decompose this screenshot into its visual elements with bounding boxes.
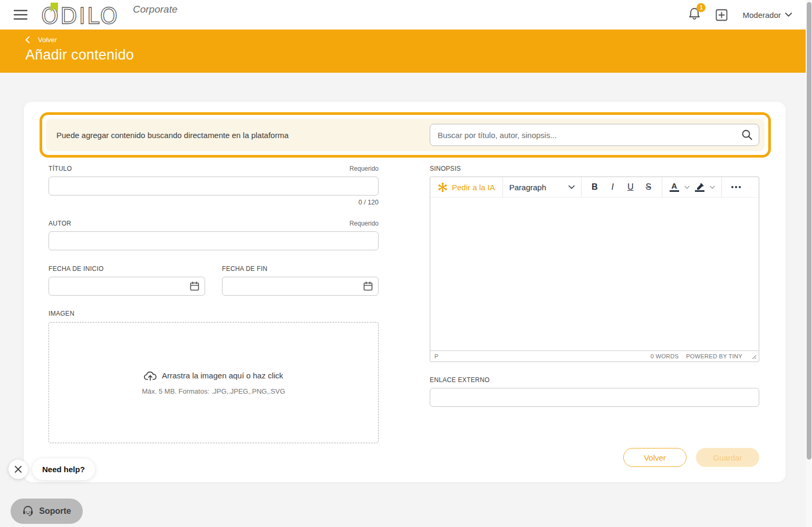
editor-statusbar: P 0 WORDS POWERED BY TINY [430, 350, 759, 362]
calendar-icon[interactable] [189, 281, 200, 291]
ai-asterisk-icon [438, 182, 448, 192]
strikethrough-button[interactable]: S [641, 179, 656, 195]
content-form-card: Puede agregar contenido buscando directa… [24, 102, 786, 482]
fecha-fin-input[interactable] [222, 277, 379, 296]
cloud-upload-icon [144, 370, 157, 381]
element-path: P [434, 353, 438, 359]
enlace-externo-label: ENLACE EXTERNO [430, 376, 490, 384]
odilo-logo[interactable]: ODILO Corporate [40, 3, 178, 27]
vertical-scrollbar-thumb[interactable] [807, 2, 811, 460]
back-link-label: Volver [38, 36, 57, 44]
underline-button[interactable]: U [623, 179, 639, 195]
odilo-logo-icon: ODILO [40, 3, 129, 27]
back-link[interactable]: Volver [25, 36, 806, 44]
user-menu-label: Moderador [742, 11, 781, 19]
fecha-fin-label: FECHA DE FIN [222, 265, 267, 272]
chevron-down-icon [568, 185, 575, 189]
titulo-label: TÍTULO [49, 165, 72, 172]
headset-icon [22, 505, 34, 517]
page-banner: Volver Añadir contenido [0, 30, 806, 73]
titulo-char-counter: 0 / 120 [49, 199, 379, 206]
autor-field: AUTOR Requerido [49, 220, 379, 250]
soporte-button[interactable]: Soporte [11, 499, 83, 524]
imagen-field: IMAGEN Arrastra la imagen aquí o haz cli… [49, 310, 379, 443]
soporte-label: Soporte [39, 506, 71, 516]
need-help-bubble[interactable]: Need help? [32, 458, 95, 480]
titulo-field: TÍTULO Requerido 0 / 120 [49, 165, 379, 206]
text-color-swatch [670, 190, 679, 192]
dropzone-formats: Máx. 5 MB. Formatos: .JPG,.JPEG,.PNG,.SV… [142, 387, 285, 395]
close-icon [14, 465, 22, 473]
dropzone-text: Arrastra la imagen aquí o haz click [162, 371, 283, 380]
paragraph-format-select[interactable]: Paragraph [508, 183, 576, 192]
fecha-inicio-field: FECHA DE INICIO [49, 265, 205, 296]
search-hint-text: Puede agregar contenido buscando directa… [56, 131, 288, 140]
autor-required: Requerido [350, 220, 379, 227]
top-header: ODILO Corporate 1 Moderador [0, 0, 806, 30]
imagen-label: IMAGEN [49, 310, 74, 317]
ask-ai-button[interactable]: Pedir a la IA [436, 182, 497, 192]
add-content-icon[interactable] [716, 9, 728, 21]
powered-by-tiny: POWERED BY TINY [686, 353, 742, 359]
bold-button[interactable]: B [587, 179, 603, 195]
sinopsis-field: SINOPSIS [430, 165, 759, 362]
autor-label: AUTOR [49, 220, 71, 227]
calendar-icon[interactable] [363, 281, 373, 291]
highlight-color-button[interactable] [693, 179, 707, 195]
rich-text-editor: Pedir a la IA Paragraph [430, 177, 759, 362]
volver-button[interactable]: Volver [623, 448, 687, 467]
text-color-glyph: A [671, 182, 677, 190]
toolbar-more-button[interactable] [727, 186, 745, 188]
notifications-button[interactable]: 1 [688, 7, 701, 23]
fecha-inicio-input[interactable] [49, 277, 205, 296]
format-select-value: Paragraph [509, 183, 546, 192]
chevron-left-icon [25, 36, 30, 43]
word-count: 0 WORDS [651, 353, 679, 359]
chevron-down-icon [785, 13, 792, 17]
vertical-scrollbar-track[interactable] [806, 0, 812, 527]
enlace-externo-input[interactable] [430, 388, 759, 407]
user-menu[interactable]: Moderador [742, 11, 792, 19]
fecha-inicio-label: FECHA DE INICIO [49, 265, 104, 272]
guardar-button[interactable]: Guardar [696, 448, 759, 467]
hamburger-menu-icon[interactable] [14, 9, 27, 20]
dismiss-help-button[interactable] [8, 460, 28, 479]
chevron-down-icon[interactable] [684, 186, 690, 189]
notification-badge: 1 [697, 3, 705, 12]
sinopsis-editor-area[interactable] [430, 198, 759, 350]
text-color-button[interactable]: A [668, 179, 681, 195]
fecha-fin-field: FECHA DE FIN [222, 265, 379, 296]
platform-search [430, 124, 759, 146]
resize-grip-icon[interactable] [751, 354, 757, 359]
titulo-required: Requerido [350, 165, 379, 172]
autor-input[interactable] [49, 231, 379, 250]
highlight-color-swatch [695, 190, 704, 192]
ask-ai-label: Pedir a la IA [452, 183, 495, 192]
enlace-externo-field: ENLACE EXTERNO [430, 376, 759, 407]
chevron-down-icon[interactable] [710, 186, 715, 189]
image-dropzone[interactable]: Arrastra la imagen aquí o haz click Máx.… [49, 322, 379, 443]
page-title: Añadir contenido [25, 47, 806, 63]
platform-search-input[interactable] [430, 124, 759, 146]
titulo-input[interactable] [49, 177, 379, 196]
search-icon[interactable] [741, 129, 753, 141]
italic-button[interactable]: I [605, 179, 621, 195]
editor-toolbar: Pedir a la IA Paragraph [430, 177, 759, 198]
platform-search-highlight: Puede agregar contenido buscando directa… [40, 112, 771, 158]
brand-suffix: Corporate [133, 4, 178, 15]
sinopsis-label: SINOPSIS [430, 165, 461, 172]
